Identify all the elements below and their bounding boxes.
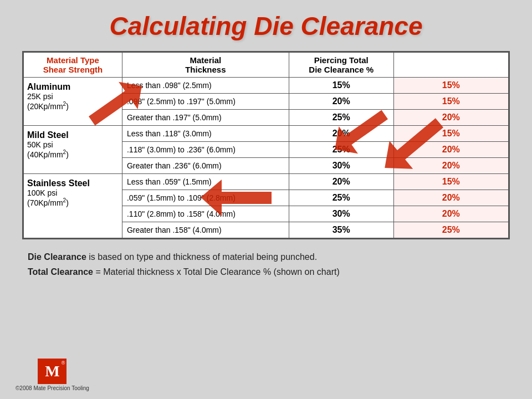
header-blanking: Blanking Total DieClearance % <box>393 53 508 78</box>
thickness-cell: Less than .059" (1.5mm) <box>122 174 289 190</box>
table-wrapper: Material TypeShear Strength MaterialThic… <box>22 51 510 239</box>
piercing-pct: 20% <box>289 94 393 110</box>
header-piercing: Piercing TotalDie Clearance % <box>289 53 393 78</box>
header-material: Material TypeShear Strength <box>24 53 122 78</box>
table-row: Stainless Steel 100K psi (70Kp/mm2) Less… <box>24 174 509 190</box>
thickness-cell: Greater than .158" (4.0mm) <box>122 222 289 238</box>
material-mild-steel: Mild Steel 50K psi (40Kp/mm2) <box>24 126 122 174</box>
page-title: Calculating Die Clearance <box>22 11 510 41</box>
footer-line1: Die Clearance is based on type and thick… <box>28 249 510 264</box>
piercing-pct: 20% <box>289 126 393 142</box>
footer-rest-2: = Material thickness x Total Die Clearan… <box>93 267 340 277</box>
logo-copyright: ©2008 Mate Precision Tooling <box>16 385 89 391</box>
piercing-pct: 15% <box>289 78 393 94</box>
blanking-pct: 15% <box>393 126 508 142</box>
header-thickness: MaterialThickness <box>122 53 289 78</box>
piercing-pct: 20% <box>289 174 393 190</box>
piercing-pct: 30% <box>289 158 393 174</box>
thickness-cell: .118" (3.0mm) to .236" (6.0mm) <box>122 142 289 158</box>
mate-logo: M ® <box>38 359 66 384</box>
blanking-pct: 20% <box>393 142 508 158</box>
footer-bold-2: Total Clearance <box>28 267 93 277</box>
blanking-pct: 20% <box>393 158 508 174</box>
footer-line2: Total Clearance = Material thickness x T… <box>28 264 510 279</box>
logo-area: M ® ©2008 Mate Precision Tooling <box>16 359 89 391</box>
table-row: Mild Steel 50K psi (40Kp/mm2) Less than … <box>24 126 509 142</box>
thickness-cell: Greater than .197" (5.0mm) <box>122 110 289 126</box>
thickness-cell: .110" (2.8mm) to .158" (4.0mm) <box>122 206 289 222</box>
blanking-pct: 20% <box>393 206 508 222</box>
piercing-pct: 35% <box>289 222 393 238</box>
piercing-pct: 25% <box>289 110 393 126</box>
blanking-pct: 25% <box>393 222 508 238</box>
thickness-cell: Less than .098" (2.5mm) <box>122 78 289 94</box>
thickness-cell: .059" (1.5mm) to .109" (2.8mm) <box>122 190 289 206</box>
material-aluminum: Aluminum 25K psi (20Kp/mm2) <box>24 78 122 126</box>
blanking-pct: 15% <box>393 94 508 110</box>
blanking-pct: 15% <box>393 78 508 94</box>
thickness-cell: Less than .118" (3.0mm) <box>122 126 289 142</box>
material-stainless-steel: Stainless Steel 100K psi (70Kp/mm2) <box>24 174 122 238</box>
thickness-cell: Greater than .236" (6.0mm) <box>122 158 289 174</box>
logo-registered: ® <box>62 360 65 366</box>
slide: Calculating Die Clearance Material TypeS… <box>0 0 532 399</box>
logo-m-letter: M <box>45 362 59 380</box>
piercing-pct: 25% <box>289 190 393 206</box>
thickness-cell: .098" (2.5mm) to .197" (5.0mm) <box>122 94 289 110</box>
blanking-pct: 20% <box>393 190 508 206</box>
footer-rest-1: is based on type and thickness of materi… <box>86 252 317 262</box>
footer-text: Die Clearance is based on type and thick… <box>22 249 510 279</box>
blanking-pct: 20% <box>393 110 508 126</box>
piercing-pct: 25% <box>289 142 393 158</box>
piercing-pct: 30% <box>289 206 393 222</box>
clearance-table: Material TypeShear Strength MaterialThic… <box>23 52 509 238</box>
table-row: Aluminum 25K psi (20Kp/mm2) Less than .0… <box>24 78 509 94</box>
blanking-pct: 15% <box>393 174 508 190</box>
footer-bold-1: Die Clearance <box>28 252 86 262</box>
